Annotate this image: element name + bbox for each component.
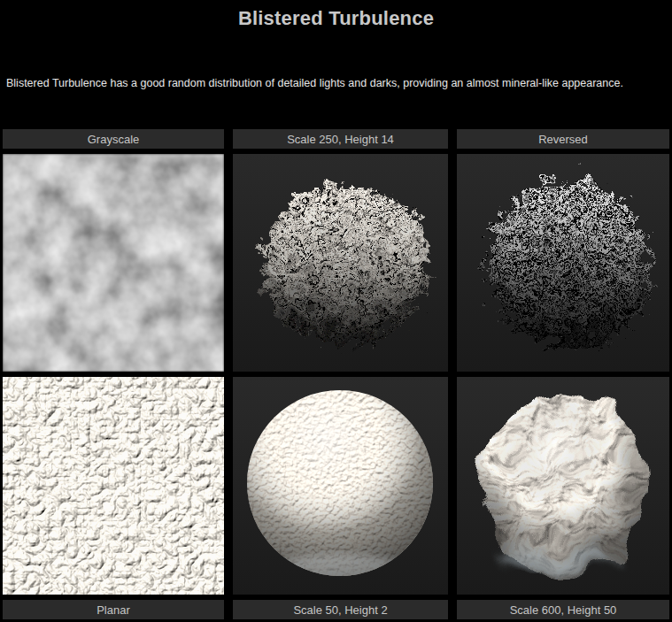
page-title: Blistered Turbulence [0, 7, 672, 30]
planar-texture-image [3, 377, 224, 595]
column-header-scale250-height14: Scale 250, Height 14 [233, 129, 448, 149]
blistered-turbulence-page: Blistered Turbulence Blistered Turbulenc… [0, 0, 672, 622]
bottom-rim-light [501, 546, 607, 571]
sphere-scale-50-height-2-preview [233, 377, 448, 595]
column-header-label: Reversed [538, 133, 588, 146]
footer-label: Scale 600, Height 50 [510, 603, 617, 617]
column-header-label: Grayscale [88, 133, 140, 146]
preview-table: Grayscale Scale 250, Height 14 Reversed [3, 129, 669, 619]
fine-bump-sphere-image [233, 377, 448, 595]
grayscale-noise-preview [3, 154, 224, 372]
sphere-scale-600-height-50-preview [457, 377, 669, 595]
column-header-reversed: Reversed [457, 129, 669, 149]
sphere-reversed-preview [457, 154, 669, 372]
reversed-craggy-sphere [481, 176, 645, 341]
footer-label: Scale 50, Height 2 [293, 603, 387, 617]
reversed-sphere-image [457, 154, 669, 372]
page-description: Blistered Turbulence has a good random d… [6, 77, 668, 90]
lumpy-sphere-image [457, 377, 669, 595]
craggy-sphere [259, 177, 421, 340]
footer-label-planar: Planar [3, 600, 224, 619]
lumpy-sphere [483, 392, 643, 574]
column-header-grayscale: Grayscale [3, 129, 224, 149]
sphere-scale-250-height-14-preview [233, 154, 448, 372]
craggy-sphere-image [233, 154, 448, 372]
footer-label-scale600-height50: Scale 600, Height 50 [457, 600, 669, 619]
column-header-label: Scale 250, Height 14 [287, 133, 394, 146]
noise-texture [3, 154, 224, 372]
planar-texture-preview [3, 377, 224, 595]
footer-label-scale50-height2: Scale 50, Height 2 [233, 600, 448, 619]
footer-label: Planar [97, 603, 130, 617]
grayscale-noise-image [3, 154, 224, 372]
warm-tint-overlay [3, 377, 224, 595]
